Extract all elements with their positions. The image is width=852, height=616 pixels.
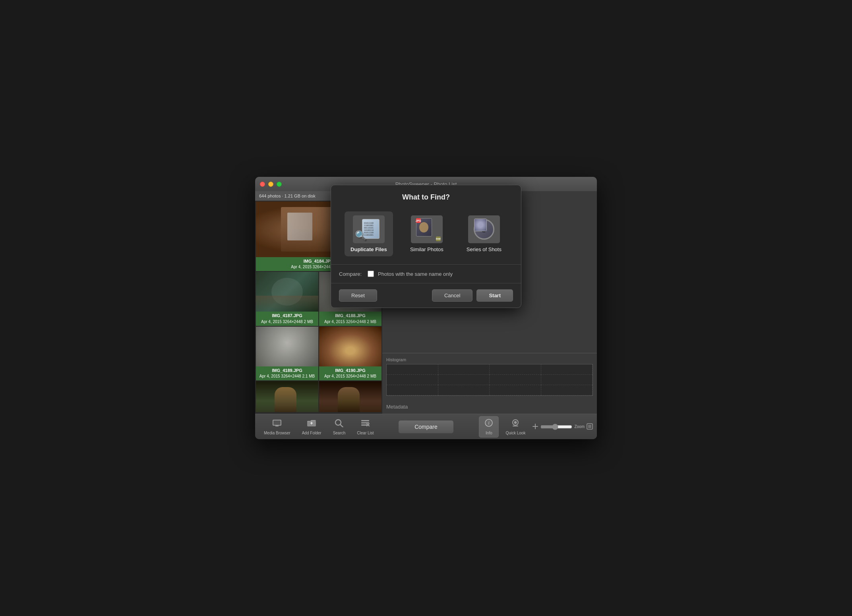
search-icon <box>334 418 344 430</box>
zoom-fit-icon <box>587 423 593 430</box>
duplicate-files-icon: 0101110011001001001101011010011001011100… <box>353 215 385 243</box>
same-name-checkbox[interactable] <box>368 271 374 277</box>
what-to-find-dialog: What to Find? 01011100110010010011010110… <box>331 185 521 308</box>
add-folder-icon: + <box>307 418 316 430</box>
dialog-btn-group: Cancel Start <box>432 289 513 302</box>
info-label: Info <box>486 431 492 435</box>
duplicate-files-option[interactable]: 0101110011001001001101011010011001011100… <box>345 211 393 256</box>
svg-rect-18 <box>535 424 536 429</box>
svg-text:+: + <box>310 420 313 426</box>
svg-rect-16 <box>513 426 518 426</box>
same-name-label: Photos with the same name only <box>378 271 453 277</box>
dialog-buttons: Reset Cancel Start <box>331 283 521 308</box>
similar-photos-icon: JPG RAW <box>411 215 443 243</box>
add-folder-button[interactable]: + Add Folder <box>297 416 326 437</box>
clear-list-label: Clear List <box>357 431 374 435</box>
series-of-shots-option[interactable]: ⏱ Series of Shots <box>461 211 507 256</box>
info-button[interactable]: i Info <box>479 416 499 438</box>
dialog-overlay: What to Find? 01011100110010010011010110… <box>255 177 597 414</box>
duplicate-files-label: Duplicate Files <box>350 246 387 252</box>
toolbar: Media Browser + Add Folder <box>255 414 597 439</box>
toolbar-center: Compare <box>398 420 454 434</box>
svg-rect-1 <box>273 420 281 425</box>
clear-list-icon <box>360 418 370 430</box>
series-of-shots-label: Series of Shots <box>467 246 502 252</box>
quick-look-icon <box>511 418 520 430</box>
svg-line-6 <box>340 424 343 427</box>
svg-rect-2 <box>275 426 279 426</box>
search-button[interactable]: Search <box>328 416 350 437</box>
quick-look-label: Quick Look <box>505 431 525 435</box>
compare-label: Compare: <box>339 271 362 277</box>
svg-text:i: i <box>488 420 490 426</box>
compare-row: Compare: Photos with the same name only <box>331 265 521 283</box>
svg-point-15 <box>514 421 517 424</box>
compare-button[interactable]: Compare <box>398 420 454 434</box>
dialog-title: What to Find? <box>331 185 521 207</box>
svg-rect-7 <box>361 420 369 421</box>
reset-button[interactable]: Reset <box>339 289 377 302</box>
app-window: PhotoSweeper - Photo List 644 photos · 1… <box>255 177 597 439</box>
similar-photos-option[interactable]: JPG RAW Similar Photos <box>404 211 449 256</box>
toolbar-left: Media Browser + Add Folder <box>259 416 398 437</box>
start-button[interactable]: Start <box>476 289 513 302</box>
search-label: Search <box>333 431 346 435</box>
zoom-slider[interactable] <box>540 424 572 430</box>
media-browser-button[interactable]: Media Browser <box>259 416 295 437</box>
clear-list-button[interactable]: Clear List <box>352 416 378 437</box>
media-browser-icon <box>272 418 282 430</box>
zoom-icon <box>532 423 538 430</box>
svg-rect-8 <box>361 422 369 423</box>
zoom-label: Zoom <box>574 424 585 429</box>
dialog-options: 0101110011001001001101011010011001011100… <box>331 207 521 265</box>
zoom-section: Zoom <box>532 423 593 430</box>
info-icon: i <box>484 418 494 430</box>
svg-rect-20 <box>588 425 591 428</box>
toolbar-right: i Info Quick Look <box>454 416 593 438</box>
cancel-button[interactable]: Cancel <box>432 289 472 302</box>
media-browser-label: Media Browser <box>264 431 290 435</box>
quick-look-button[interactable]: Quick Look <box>501 416 530 437</box>
similar-photos-label: Similar Photos <box>410 246 443 252</box>
add-folder-label: Add Folder <box>302 431 321 435</box>
series-of-shots-icon: ⏱ <box>468 215 500 243</box>
